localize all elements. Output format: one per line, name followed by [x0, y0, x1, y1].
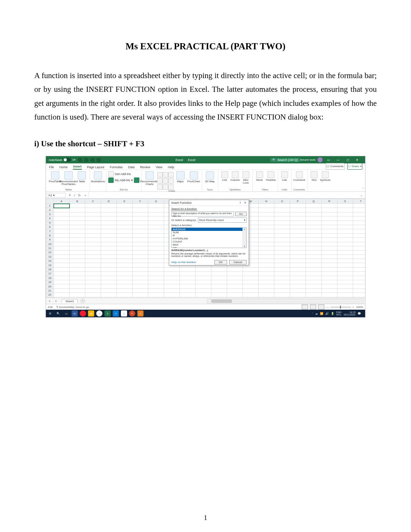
zoom-value[interactable]: 100% [356, 306, 363, 309]
list-item[interactable]: HYPERLINK [172, 237, 246, 240]
quick-access-toolbar[interactable] [78, 158, 101, 162]
toggle-off-icon [63, 158, 71, 162]
search-box[interactable]: 🔍 Search (Alt+Q) [270, 158, 300, 162]
app-icon[interactable]: G [137, 310, 144, 317]
tab-help[interactable]: Help [167, 165, 175, 170]
tab-view[interactable]: View [155, 165, 163, 170]
tab-formulas[interactable]: Formulas [110, 165, 123, 170]
search-function-input[interactable]: Type a brief description of what you wan… [171, 211, 234, 216]
ribbon-display-icon[interactable]: ▭ [325, 158, 332, 162]
status-bar: Edit ✎ Accessibility: Good to go — + 100… [46, 304, 365, 310]
pivotchart-button[interactable]: PivotChart [188, 171, 200, 183]
start-icon[interactable]: ⊞ [47, 310, 53, 317]
formula-input[interactable] [88, 192, 358, 198]
status-accessibility[interactable]: ✎ Accessibility: Good to go [56, 306, 89, 309]
word-icon[interactable]: W [72, 310, 78, 317]
share-button[interactable]: ☐ Share ▾ [347, 163, 362, 170]
tray-language[interactable]: ENGINTL [336, 311, 341, 316]
excel-app-icon[interactable]: X [104, 310, 111, 317]
close-icon[interactable]: ✕ [353, 158, 361, 162]
timeline-button[interactable]: Timeline [266, 171, 276, 182]
sheet-tab[interactable]: Sheet1 [62, 299, 78, 303]
opera-icon[interactable] [80, 310, 86, 317]
view-normal-icon[interactable] [302, 305, 308, 309]
go-button[interactable]: Go [235, 212, 247, 216]
comment-button[interactable]: Comment [294, 171, 305, 182]
taskview-icon[interactable]: ▭ [63, 310, 70, 317]
help-link[interactable]: Help on this function [171, 261, 196, 264]
worksheet-area[interactable]: ABCDEFGHIJKLMNOPQRST 1234567891011121314… [46, 199, 365, 298]
sheet-nav-prev-icon[interactable]: ◂ [46, 299, 53, 302]
list-item[interactable]: SIN [172, 246, 246, 248]
autosave-toggle[interactable]: AutoSave Off [49, 158, 75, 162]
3dmap-button[interactable]: 3D Map [204, 171, 216, 183]
expand-formula-icon[interactable]: ⌄ [358, 194, 365, 197]
tray-notifications-icon[interactable]: 💬 [358, 312, 361, 315]
slicer-button[interactable]: Slicer [255, 171, 264, 182]
list-item[interactable]: MAX [172, 243, 246, 246]
ok-button[interactable]: OK [214, 260, 227, 264]
view-pagebreak-icon[interactable] [318, 305, 324, 309]
tray-chevron-icon[interactable]: ˆ [312, 312, 313, 315]
horizontal-scrollbar[interactable] [207, 299, 364, 304]
sheet-nav-next-icon[interactable]: ▸ [53, 299, 60, 302]
sparkline-winloss-button[interactable]: Win/ Loss [241, 171, 250, 184]
listbox-scrollbar[interactable]: ▴▾ [242, 228, 246, 248]
outlook-icon[interactable]: O [113, 310, 119, 317]
category-select[interactable]: Most Recently Used▾ [198, 218, 247, 223]
tray-volume-icon[interactable]: 🔊 [325, 312, 329, 315]
tab-data[interactable]: Data [128, 165, 135, 170]
view-pagelayout-icon[interactable] [310, 305, 316, 309]
formula-content: = [83, 194, 88, 197]
maximize-icon[interactable]: ◻ [344, 158, 351, 162]
list-item[interactable]: IF [172, 234, 246, 237]
chrome-icon[interactable]: ◉ [96, 310, 102, 317]
comments-button[interactable]: ☐ Comments [326, 163, 345, 170]
explorer-icon[interactable]: 📁 [88, 310, 94, 317]
recommended-charts-button[interactable]: Recommended Charts [144, 171, 155, 186]
sparkline-line-button[interactable]: Line [220, 171, 229, 182]
tab-file[interactable]: File [49, 165, 54, 170]
link-button[interactable]: Link [280, 171, 289, 182]
tray-clock[interactable]: 14:1910/11/2022 [344, 311, 356, 316]
list-item[interactable]: SUM [172, 231, 246, 234]
table-button[interactable]: Table [76, 171, 88, 183]
symbols-button[interactable]: Symbols [320, 171, 331, 182]
name-box[interactable]: A1 ▾ [47, 193, 66, 198]
illustrations-button[interactable]: Illustrations [92, 171, 104, 183]
function-listbox[interactable]: AVERAGESUMIFHYPERLINKCOUNTMAXSIN▴▾ [171, 227, 247, 248]
text-button[interactable]: Text [310, 171, 319, 182]
tab-pagelayout[interactable]: Page Layout [87, 165, 105, 170]
group-tours: 3D Map Tours [202, 171, 218, 191]
dialog-help-icon[interactable]: ? [239, 201, 241, 205]
minimize-icon[interactable]: — [334, 158, 342, 162]
doc-icon[interactable]: ▤ [121, 310, 127, 317]
cancel-button[interactable]: Cancel [229, 260, 247, 264]
cancel-formula-icon[interactable]: ✕ [68, 194, 71, 197]
tray-battery-icon[interactable]: 🔋 [331, 312, 334, 315]
my-addins-button[interactable]: My Add-ins ▾ [108, 177, 139, 183]
taskbar-search-icon[interactable]: 🔍 [55, 310, 61, 317]
tray-wifi-icon[interactable]: 📶 [320, 312, 323, 315]
powerpoint-icon[interactable]: P [129, 310, 135, 317]
get-addins-button[interactable]: Get Add-ins [108, 171, 131, 177]
chart-type-gallery[interactable] [157, 171, 173, 190]
tab-home[interactable]: Home [59, 165, 68, 170]
avatar[interactable] [317, 157, 323, 162]
tab-insert[interactable]: Insert [73, 164, 82, 170]
collapse-ribbon-icon[interactable]: ˆ [363, 187, 364, 191]
enter-formula-icon[interactable]: ✓ [73, 194, 76, 197]
list-item[interactable]: COUNT [172, 240, 246, 243]
dialog-close-icon[interactable]: ✕ [244, 201, 247, 205]
zoom-control[interactable]: — + [326, 306, 354, 309]
maps-button[interactable]: Maps [175, 171, 186, 183]
account-name[interactable]: Amurer work [300, 158, 315, 161]
fx-icon[interactable]: fx [78, 194, 80, 197]
tab-review[interactable]: Review [140, 165, 151, 170]
recommended-pivot-button[interactable]: Recommended PivotTables [63, 171, 74, 186]
category-label: Or select a category: [171, 219, 197, 222]
tray-onedrive-icon[interactable]: ☁ [315, 312, 318, 315]
sparkline-column-button[interactable]: Column [231, 171, 240, 182]
list-item[interactable]: AVERAGE [172, 228, 246, 231]
add-sheet-button[interactable]: + [80, 299, 85, 303]
